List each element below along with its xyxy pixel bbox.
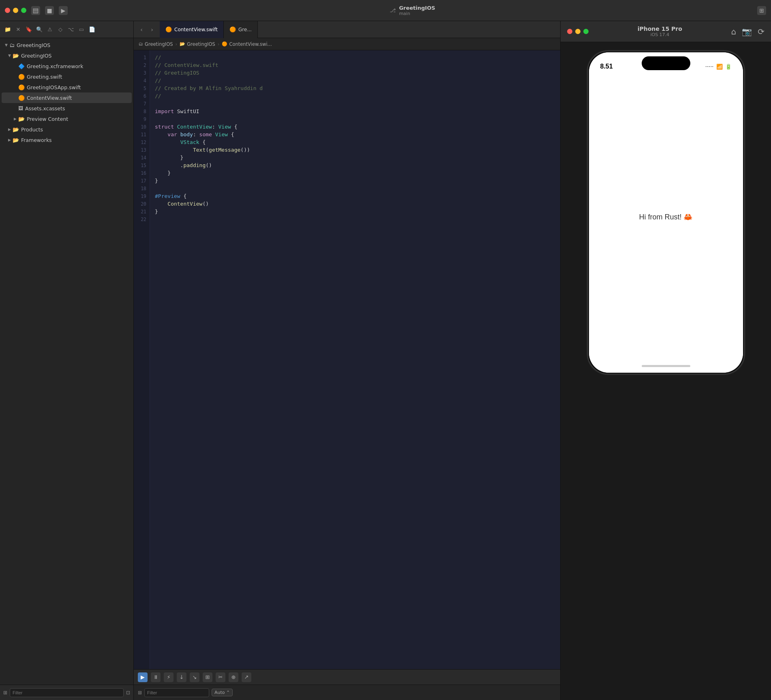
code-line-20: ContentView() (155, 200, 560, 208)
preview-minimize-btn[interactable] (575, 29, 580, 34)
line-num-3: 3 (134, 69, 150, 77)
sidebar-item-root[interactable]: ▼ 🗂 GreeetingIOS (2, 40, 132, 50)
line-num-16: 16 (134, 169, 150, 177)
swift-file-icon: 🟠 (18, 95, 25, 101)
sidebar-toolbar-rect-btn[interactable]: ▭ (77, 25, 86, 34)
sidebar-toggle-button[interactable]: ▤ (31, 6, 40, 15)
tab-contentview[interactable]: 🟠 ContentView.swift (160, 21, 224, 38)
toolbar-debug-btn[interactable]: ⚡ (164, 672, 173, 682)
code-line-4: // (155, 77, 560, 84)
code-line-5: // Created by M Alfin Syahruddin d (155, 84, 560, 92)
editor-filter-input[interactable] (144, 688, 209, 697)
sidebar-item-label-assets: Assets.xcassets (25, 105, 65, 112)
toolbar-play-btn[interactable]: ▶ (138, 672, 148, 682)
sidebar-item-greeting-swift[interactable]: ▶ 🟠 Greeting.swift (2, 71, 132, 82)
sidebar-toolbar-symbol-btn[interactable]: ⌥ (66, 25, 75, 34)
stop-button[interactable]: ■ (45, 6, 54, 15)
code-line-18 (155, 185, 560, 192)
sidebar-item-label-preview-content: Preview Content (27, 116, 68, 122)
breadcrumb-project-label: GreetingIOS (145, 41, 173, 47)
swift-tab-icon: 🟠 (229, 26, 236, 32)
sidebar-item-group[interactable]: ▼ 📂 GreetingIOS (2, 50, 132, 61)
breadcrumb-project[interactable]: 🗂 GreetingIOS (139, 41, 173, 47)
toolbar-layers-btn[interactable]: ⊞ (203, 672, 212, 682)
sidebar-item-greetingios-app[interactable]: ▶ 🟠 GreetingIOSApp.swift (2, 82, 132, 92)
breadcrumb-file[interactable]: 🟠 ContentView.swi... (222, 41, 272, 47)
run-button[interactable]: ▶ (59, 6, 68, 15)
sidebar-toolbar-x-btn[interactable]: ✕ (14, 25, 23, 34)
preview-title-block: iPhone 15 Pro iOS 17.4 (594, 26, 726, 37)
toolbar-export-btn[interactable]: ↗ (242, 672, 251, 682)
sidebar-toolbar-search-btn[interactable]: 🔍 (35, 25, 44, 34)
sidebar-toolbar-folder-btn[interactable]: 📁 (3, 25, 12, 34)
sidebar-item-products[interactable]: ▶ 📂 Products (2, 124, 132, 135)
toolbar-step-over-btn[interactable]: ↓ (177, 672, 186, 682)
toolbar-merge-btn[interactable]: ⊕ (229, 672, 238, 682)
line-numbers: 1 2 3 4 5 6 7 8 9 10 11 12 13 14 15 16 1… (134, 50, 150, 669)
breadcrumb-sep-1: › (176, 41, 178, 47)
sidebar-toolbar-doc-btn[interactable]: 📄 (88, 25, 96, 34)
sidebar-item-label-greeting: Greeting.swift (27, 74, 62, 80)
line-num-2: 2 (134, 61, 150, 69)
status-time: 8.51 (600, 63, 613, 70)
sidebar-item-xcframework[interactable]: ▶ 🔷 Greeting.xcframework (2, 61, 132, 71)
sidebar-toolbar-warning-btn[interactable]: ⚠ (45, 25, 54, 34)
grid-view-button[interactable]: ⊞ (757, 6, 766, 15)
forward-button[interactable]: › (148, 25, 156, 34)
code-line-14: } (155, 154, 560, 161)
code-line-2: // ContentView.swift (155, 61, 560, 69)
chevron-down-icon: ▼ (8, 54, 11, 58)
editor-bottom-toolbar: ▶ ⏸ ⚡ ↓ ↘ ⊞ ✂ ⊕ ↗ (134, 669, 560, 685)
branch-name: main (399, 11, 435, 16)
tab-greeting[interactable]: 🟠 Gre... (224, 21, 258, 38)
close-button[interactable] (5, 8, 10, 13)
breadcrumb-sep-2: › (218, 41, 220, 47)
signal-icon: ····· (705, 64, 714, 70)
code-content[interactable]: // // ContentView.swift // GreetingIOS /… (150, 50, 560, 669)
breadcrumb-bar: 🗂 GreetingIOS › 📂 GreetingIOS › 🟠 Conten… (134, 38, 560, 50)
title-bar: ▤ ■ ▶ ⎇ GreetingIOS main ⊞ (0, 0, 771, 21)
home-icon[interactable]: ⌂ (731, 27, 737, 37)
sidebar-item-frameworks[interactable]: ▶ 📂 Frameworks (2, 135, 132, 145)
minimize-button[interactable] (13, 8, 18, 13)
sidebar-item-label-xcframework: Greeting.xcframework (27, 63, 84, 69)
editor-bottom-bar: ⊞ Auto ⌃ (134, 685, 560, 700)
breadcrumb-group[interactable]: 📂 GreetingIOS (180, 41, 215, 47)
code-line-13: Text(getMessage()) (155, 146, 560, 154)
line-num-15: 15 (134, 161, 150, 169)
chevron-right-icon: ▶ (8, 127, 11, 131)
back-button[interactable]: ‹ (137, 25, 146, 34)
toolbar-cut-btn[interactable]: ✂ (216, 672, 225, 682)
iphone-status-bar: 8.51 ····· 📶 🔋 (589, 52, 743, 75)
line-num-9: 9 (134, 115, 150, 123)
tab-label-contentview: ContentView.swift (174, 27, 218, 32)
preview-device-name: iPhone 15 Pro (638, 26, 682, 32)
sidebar-item-assets[interactable]: ▶ 🖼 Assets.xcassets (2, 103, 132, 114)
toolbar-pause-btn[interactable]: ⏸ (151, 672, 161, 682)
swift-tab-icon: 🟠 (165, 26, 172, 32)
sidebar-toolbar-bookmark-btn[interactable]: 🔖 (24, 25, 33, 34)
rotate-icon[interactable]: ⟳ (758, 27, 765, 37)
swift-file-icon: 🟠 (18, 74, 25, 80)
folder-icon: 📂 (13, 137, 19, 143)
auto-badge[interactable]: Auto ⌃ (212, 689, 233, 696)
line-num-8: 8 (134, 107, 150, 115)
screenshot-icon[interactable]: 📷 (742, 27, 752, 37)
code-line-11: var body: some View { (155, 131, 560, 138)
sidebar-filter-input[interactable] (10, 688, 124, 697)
chevron-down-icon: ▼ (5, 43, 8, 47)
preview-maximize-btn[interactable] (583, 29, 589, 34)
sidebar-item-contentview[interactable]: ▶ 🟠 ContentView.swift (2, 92, 132, 103)
toolbar-step-into-btn[interactable]: ↘ (190, 672, 199, 682)
traffic-lights (5, 8, 26, 13)
wifi-icon: 📶 (716, 64, 723, 70)
preview-traffic-lights (567, 29, 589, 34)
sidebar-bottom: ⊞ ⊡ (0, 685, 133, 700)
maximize-button[interactable] (21, 8, 26, 13)
preview-toolbar-icons: ⌂ 📷 ⟳ (731, 27, 765, 37)
sidebar-toolbar: 📁 ✕ 🔖 🔍 ⚠ ◇ ⌥ ▭ 📄 (0, 21, 133, 38)
main-layout: 📁 ✕ 🔖 🔍 ⚠ ◇ ⌥ ▭ 📄 ▼ 🗂 GreeetingIOS ▼ 📂 G… (0, 21, 771, 700)
sidebar-item-preview-content[interactable]: ▶ 📂 Preview Content (2, 114, 132, 124)
sidebar-toolbar-diamond-btn[interactable]: ◇ (56, 25, 65, 34)
preview-close-btn[interactable] (567, 29, 572, 34)
